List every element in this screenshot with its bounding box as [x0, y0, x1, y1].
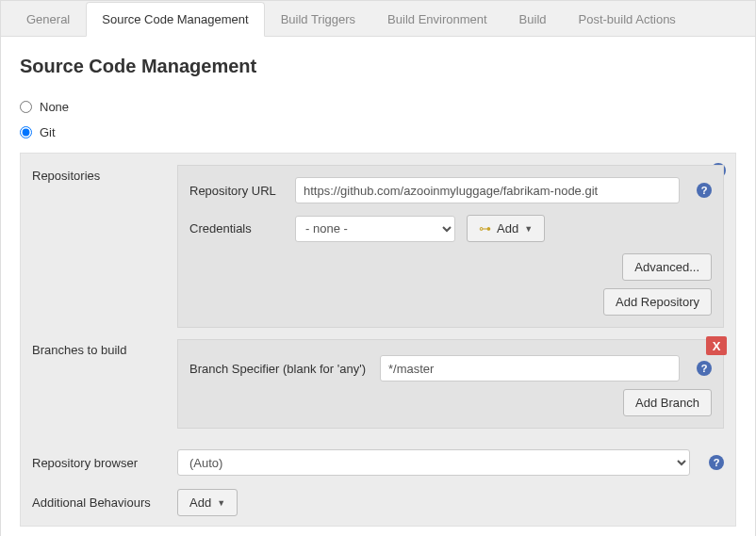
scm-radio-none[interactable] — [20, 101, 32, 113]
repo-url-input[interactable] — [295, 177, 680, 203]
scm-label-git: Git — [40, 125, 56, 139]
tab-build-environment[interactable]: Build Environment — [371, 2, 503, 37]
help-icon[interactable]: ? — [697, 183, 712, 198]
repo-browser-label: Repository browser — [32, 456, 164, 470]
branch-spec-input[interactable] — [380, 355, 680, 382]
button-label: Add — [497, 221, 518, 236]
add-credentials-button[interactable]: ⊶ Add ▼ — [467, 215, 545, 242]
git-section: ? Repositories Repository URL ? Credenti… — [20, 153, 736, 527]
tab-build[interactable]: Build — [503, 2, 563, 37]
additional-behaviours-label: Additional Behaviours — [32, 495, 164, 510]
repo-browser-select[interactable]: (Auto) — [177, 449, 690, 476]
repositories-label: Repositories — [32, 165, 164, 328]
close-icon[interactable]: X — [706, 336, 727, 355]
branch-spec-label: Branch Specifier (blank for 'any') — [189, 362, 369, 376]
chevron-down-icon: ▼ — [524, 224, 533, 234]
tab-post-build[interactable]: Post-build Actions — [563, 2, 692, 37]
tab-build-triggers[interactable]: Build Triggers — [265, 2, 371, 37]
config-tabs: General Source Code Management Build Tri… — [1, 1, 755, 37]
advanced-button[interactable]: Advanced... — [622, 253, 712, 281]
add-branch-button[interactable]: Add Branch — [623, 389, 712, 416]
tab-general[interactable]: General — [10, 2, 86, 37]
repo-url-label: Repository URL — [189, 184, 284, 198]
add-repository-button[interactable]: Add Repository — [603, 288, 712, 316]
add-behaviour-button[interactable]: Add ▼ — [177, 489, 238, 516]
key-icon: ⊶ — [479, 221, 491, 236]
button-label: Add — [189, 495, 211, 510]
page-title: Source Code Management — [20, 56, 736, 77]
chevron-down-icon: ▼ — [217, 498, 225, 508]
help-icon[interactable]: ? — [697, 361, 712, 376]
scm-radio-git[interactable] — [20, 126, 32, 138]
scm-label-none: None — [40, 100, 69, 114]
credentials-select[interactable]: - none - — [295, 216, 455, 242]
help-icon[interactable]: ? — [709, 455, 724, 470]
credentials-label: Credentials — [189, 221, 284, 236]
tab-scm[interactable]: Source Code Management — [86, 2, 264, 37]
branches-label: Branches to build — [32, 339, 164, 429]
